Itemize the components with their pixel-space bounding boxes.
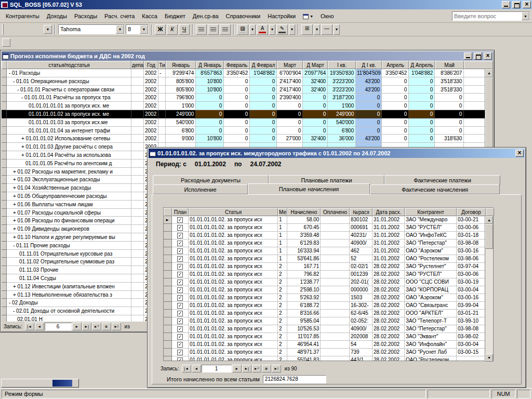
record-selector[interactable]	[2, 201, 7, 209]
record-selector[interactable]	[164, 255, 172, 263]
record-selector[interactable]	[2, 94, 7, 102]
record-selector[interactable]	[164, 294, 172, 302]
table-row[interactable]: - 01.01.01.01 Расчёты за пропуск тра 200…	[2, 94, 493, 102]
chevron-down-icon[interactable]: ▼	[289, 24, 295, 35]
menu-item-window[interactable]: Окно	[317, 11, 338, 21]
record-selector[interactable]	[164, 271, 172, 278]
record-selector[interactable]	[164, 333, 172, 341]
record-selector[interactable]	[2, 184, 7, 192]
table-row[interactable]: 01.01.01.01.02. за пропуск исх 1 3'359.4…	[164, 232, 493, 240]
line-color-button[interactable]: ✎	[276, 24, 288, 35]
line-style-button[interactable]: —	[321, 24, 332, 35]
minimize-button[interactable]	[464, 52, 472, 60]
menu-item[interactable]: Расходы	[71, 11, 101, 21]
record-selector[interactable]	[164, 286, 172, 294]
table-row[interactable]: 01.01.01.01.02. за пропуск исх 1 16'333.…	[164, 247, 493, 255]
scroll-up-icon[interactable]: ▲	[485, 216, 493, 224]
table-row[interactable]: 01.01.01.01.02 за пропуск исх. ме 2002 2…	[2, 110, 493, 118]
minimize-button[interactable]	[502, 1, 510, 8]
table-row[interactable]: + 01.01.01.02 Использование сетевы 2002 …	[2, 135, 493, 143]
table-row[interactable]: 01.01.01.01.02. за пропуск исх 2 10'526.…	[164, 325, 493, 333]
plan-checkbox[interactable]	[177, 342, 183, 348]
requery-button[interactable]: ►!	[272, 365, 281, 373]
font-color-button[interactable]: А	[257, 24, 268, 35]
table-row[interactable]: - 01 Расходы 2002 - 9'299'474 8'657'863 …	[2, 69, 493, 77]
budget-window-titlebar[interactable]: Прогноз исполнени бюджета и ДДС на 2002 …	[2, 51, 493, 61]
record-selector[interactable]	[2, 225, 7, 233]
table-row[interactable]: 01.01.01.01.02. за пропуск исх 2 6'188.7…	[164, 302, 493, 310]
object-combo[interactable]: ▼	[6, 24, 52, 34]
record-selector[interactable]	[164, 302, 172, 310]
record-selector[interactable]	[164, 247, 172, 255]
record-selector[interactable]	[164, 310, 172, 317]
record-selector[interactable]	[164, 317, 172, 325]
total-value-box[interactable]: 2126824.7628	[263, 375, 326, 383]
tab[interactable]: Плановые начисления	[248, 183, 370, 194]
record-selector[interactable]	[2, 110, 7, 118]
plan-checkbox[interactable]	[177, 357, 183, 361]
table-row[interactable]: 01.01.01.01.02. за пропуск исх 1 6'129.8…	[164, 240, 493, 247]
record-selector[interactable]	[2, 233, 7, 242]
scroll-up-icon[interactable]: ▲	[485, 69, 493, 77]
plan-checkbox[interactable]	[177, 233, 183, 238]
plan-checkbox[interactable]	[177, 272, 183, 277]
chevron-down-icon[interactable]: ▼	[116, 25, 124, 34]
restore-button[interactable]	[512, 1, 521, 8]
record-selector[interactable]	[2, 118, 7, 127]
table-row[interactable]: - 01.01.01 Расчеты с операторами связи 2…	[2, 86, 493, 94]
chevron-down-icon[interactable]: ▼	[334, 24, 340, 35]
record-selector[interactable]	[164, 224, 172, 232]
windows-menu-icon[interactable]: ▼	[299, 11, 317, 20]
record-selector[interactable]	[164, 278, 172, 286]
close-button[interactable]: ×	[523, 1, 531, 8]
minimized-window-titlebar[interactable]	[52, 380, 72, 387]
font-size-combo[interactable]: 8▼	[126, 24, 149, 34]
tab[interactable]: Исполнение	[153, 184, 248, 194]
close-button[interactable]: ×	[515, 150, 524, 157]
record-number-input[interactable]: 1	[202, 365, 232, 373]
bold-button[interactable]: Ж	[155, 24, 166, 35]
plan-checkbox[interactable]	[177, 225, 183, 231]
table-row[interactable]: 01.01.01.01.03 за пропуск исх.ме 2002 54…	[2, 118, 493, 127]
plan-checkbox[interactable]	[177, 326, 183, 332]
table-row[interactable]: 01.01.01.01.02. за пропуск исх 1 53'641.…	[164, 255, 493, 263]
plan-checkbox[interactable]	[177, 264, 183, 270]
record-selector[interactable]	[164, 325, 172, 333]
record-selector[interactable]	[164, 232, 172, 240]
align-right-button[interactable]	[220, 24, 231, 35]
requery-button[interactable]: ►!	[112, 323, 121, 330]
record-selector[interactable]	[2, 143, 7, 151]
first-record-button[interactable]: |◄	[182, 365, 191, 373]
plan-checkbox[interactable]	[177, 311, 183, 316]
record-selector[interactable]	[2, 159, 7, 168]
record-number-input[interactable]: 6	[45, 323, 72, 330]
table-row[interactable]: 01.01.01.01.04 за интернет трафи 2002 6'…	[2, 127, 493, 135]
font-combo[interactable]: Tahoma▼	[58, 24, 125, 34]
italic-button[interactable]: К	[167, 24, 178, 35]
tab[interactable]: Фактические начисления	[370, 184, 500, 194]
close-button[interactable]: ×	[484, 52, 492, 60]
record-selector[interactable]	[2, 176, 7, 184]
restore-button[interactable]	[474, 52, 482, 60]
app-titlebar[interactable]: SQL_BOSS [05.07.02] V 53 ×	[0, 0, 532, 9]
record-selector[interactable]	[2, 299, 7, 307]
previous-record-button[interactable]: ◄	[192, 365, 201, 373]
table-row[interactable]: 01.01.01.01.01 за пропуск исх. ме 2002 1…	[2, 102, 493, 110]
plan-checkbox[interactable]	[177, 303, 183, 309]
table-row[interactable]: 01.01.01.01.02. за пропуск исх 2 55'041.…	[164, 356, 493, 361]
help-search-box[interactable]: ▼	[452, 11, 530, 21]
vertical-scrollbar[interactable]: ▲ ▼	[485, 216, 493, 362]
menu-item[interactable]: Настройки	[264, 11, 299, 21]
table-row[interactable]: 01.01.01.01.02. за пропуск исх 2 1'238.7…	[164, 278, 493, 286]
last-record-button[interactable]: ►|	[242, 365, 251, 373]
underline-button[interactable]: Ч	[179, 24, 190, 35]
align-left-button[interactable]	[196, 24, 207, 35]
table-row[interactable]: 01.01.01.01.02. за пропуск исх 2 46'954.…	[164, 341, 493, 349]
plan-checkbox[interactable]	[177, 256, 183, 262]
plan-checkbox[interactable]	[177, 217, 183, 223]
plan-checkbox[interactable]	[177, 287, 183, 293]
menu-item[interactable]: Бюджет	[161, 11, 189, 21]
record-selector[interactable]	[2, 86, 7, 94]
menu-item[interactable]: Доходы	[43, 11, 71, 21]
table-row[interactable]: 01.01.01.01.02. за пропуск исх 2 9'585.0…	[164, 317, 493, 325]
